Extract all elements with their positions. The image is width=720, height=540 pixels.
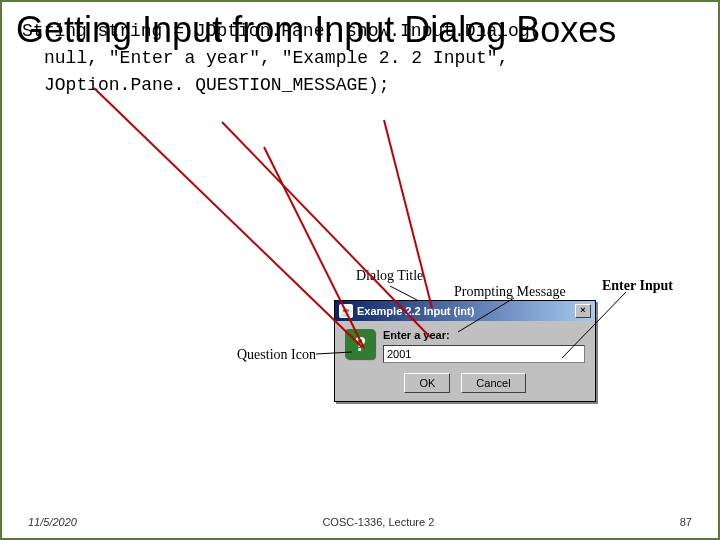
- question-icon: ?: [345, 329, 375, 359]
- dialog-prompt: Enter a year:: [383, 329, 585, 341]
- label-dialog-title: Dialog Title: [356, 268, 423, 284]
- footer-center: COSC-1336, Lecture 2: [77, 516, 680, 528]
- slide-footer: 11/5/2020 COSC-1336, Lecture 2 87: [2, 516, 718, 528]
- java-icon: ☕: [339, 304, 353, 318]
- close-icon[interactable]: ×: [575, 304, 591, 318]
- footer-page: 87: [680, 516, 692, 528]
- cancel-button[interactable]: Cancel: [461, 373, 525, 393]
- footer-date: 11/5/2020: [28, 516, 77, 528]
- dialog-title-text: Example 2.2 Input (int): [357, 305, 474, 317]
- label-question-icon: Question Icon: [237, 347, 316, 363]
- label-prompting-message: Prompting Message: [454, 284, 566, 300]
- ok-button[interactable]: OK: [404, 373, 450, 393]
- input-dialog: ☕ Example 2.2 Input (int) × ? Enter a ye…: [334, 300, 596, 402]
- code-line-3: JOption.Pane. QUESTION_MESSAGE);: [44, 72, 718, 99]
- svg-line-0: [94, 88, 362, 347]
- dialog-button-row: OK Cancel: [335, 373, 595, 401]
- label-enter-input: Enter Input: [602, 278, 673, 294]
- dialog-body: ? Enter a year:: [335, 321, 595, 373]
- slide-container: Getting Input from Input Dialog Boxes St…: [0, 0, 720, 540]
- year-input[interactable]: [383, 345, 585, 363]
- svg-line-4: [390, 286, 417, 300]
- page-title: Getting Input from Input Dialog Boxes: [16, 10, 718, 50]
- dialog-titlebar[interactable]: ☕ Example 2.2 Input (int) ×: [335, 301, 595, 321]
